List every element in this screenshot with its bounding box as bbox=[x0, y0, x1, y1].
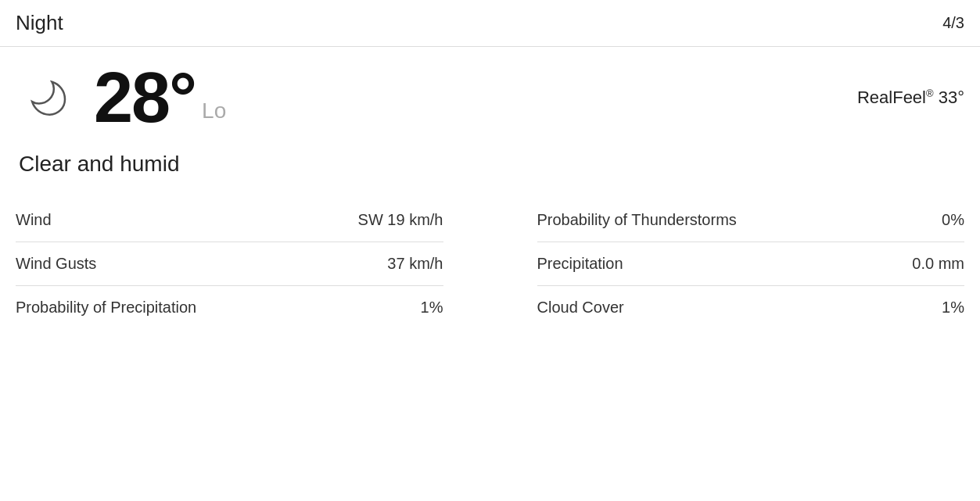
real-feel-label: RealFeel bbox=[857, 88, 926, 107]
stat-value-cloud-cover: 1% bbox=[942, 299, 964, 317]
stat-row-prob-precip: Probability of Precipitation 1% bbox=[16, 286, 443, 329]
temperature-row: 28° Lo RealFeel® 33° bbox=[16, 63, 964, 133]
real-feel-reg: ® bbox=[926, 88, 934, 99]
stat-value-wind-gusts: 37 km/h bbox=[387, 255, 443, 273]
stat-label-wind-gusts: Wind Gusts bbox=[16, 255, 96, 273]
stat-label-prob-thunder: Probability of Thunderstorms bbox=[537, 211, 737, 229]
stats-right-column: Probability of Thunderstorms 0% Precipit… bbox=[490, 199, 965, 329]
stat-label-prob-precip: Probability of Precipitation bbox=[16, 299, 196, 317]
stat-row-wind-gusts: Wind Gusts 37 km/h bbox=[16, 242, 443, 286]
weather-description: Clear and humid bbox=[16, 152, 964, 177]
temperature-value: 28° bbox=[94, 63, 196, 133]
header-row: Night 4/3 bbox=[0, 0, 980, 47]
stats-left-column: Wind SW 19 km/h Wind Gusts 37 km/h Proba… bbox=[16, 199, 490, 329]
stats-grid: Wind SW 19 km/h Wind Gusts 37 km/h Proba… bbox=[16, 199, 964, 329]
weather-container: Night 4/3 28° Lo RealFeel® 33° Clear and… bbox=[0, 0, 980, 501]
stat-row-prob-thunder: Probability of Thunderstorms 0% bbox=[537, 199, 965, 242]
stat-value-precipitation: 0.0 mm bbox=[912, 255, 964, 273]
main-content: 28° Lo RealFeel® 33° Clear and humid Win… bbox=[0, 47, 980, 329]
stat-row-wind: Wind SW 19 km/h bbox=[16, 199, 443, 242]
temperature-block: 28° Lo bbox=[94, 63, 226, 133]
stat-value-wind: SW 19 km/h bbox=[358, 211, 443, 229]
stat-label-precipitation: Precipitation bbox=[537, 255, 623, 273]
header-date: 4/3 bbox=[942, 14, 964, 32]
stat-label-wind: Wind bbox=[16, 211, 52, 229]
real-feel-block: RealFeel® 33° bbox=[857, 88, 964, 108]
page-title: Night bbox=[16, 11, 63, 35]
stat-value-prob-precip: 1% bbox=[421, 299, 443, 317]
stat-value-prob-thunder: 0% bbox=[942, 211, 964, 229]
stat-label-cloud-cover: Cloud Cover bbox=[537, 299, 624, 317]
stat-row-precipitation: Precipitation 0.0 mm bbox=[537, 242, 965, 286]
moon-icon bbox=[16, 63, 86, 133]
real-feel-text: RealFeel® 33° bbox=[857, 88, 964, 108]
temperature-lo-label: Lo bbox=[202, 98, 226, 123]
stat-row-cloud-cover: Cloud Cover 1% bbox=[537, 286, 965, 329]
real-feel-value: 33° bbox=[939, 88, 964, 107]
